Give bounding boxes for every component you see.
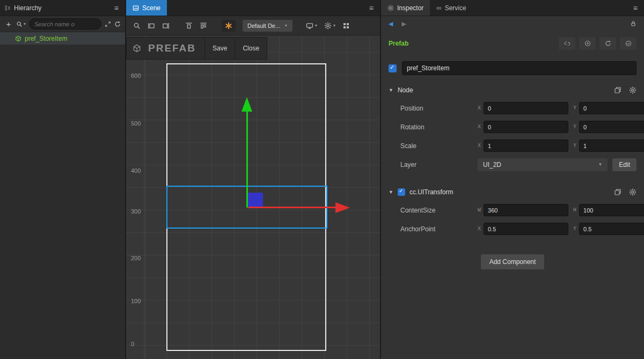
- zoom-tool-icon[interactable]: [133, 22, 141, 30]
- inspector-panel: Inspector ∞ Service ≡ ◀ ▶ Prefab ✓: [381, 0, 644, 359]
- axis-y-label: Y: [573, 105, 576, 111]
- rotation-row: Rotation X Y Z: [381, 120, 644, 134]
- uitransform-section-header: ▼ ✓ cc.UITransform: [381, 186, 644, 199]
- history-forward-button[interactable]: ▶: [401, 20, 406, 27]
- gizmo-y-arrowhead-icon: [241, 97, 252, 112]
- position-x-input[interactable]: [484, 102, 568, 114]
- node-preset-icon[interactable]: [614, 86, 621, 94]
- ruler-divider: [145, 36, 145, 359]
- expand-collapse-icon[interactable]: [105, 21, 111, 27]
- design-resolution-dropdown[interactable]: Default De... ▼: [243, 20, 292, 32]
- tab-scene[interactable]: Scene: [126, 0, 167, 16]
- contentsize-h-input[interactable]: [579, 204, 644, 216]
- gizmo-x-axis-handle[interactable]: [248, 207, 336, 208]
- node-section-title: Node: [398, 86, 413, 94]
- uitransform-settings-gear-icon[interactable]: [629, 188, 636, 196]
- service-tab-label: Service: [445, 4, 466, 12]
- distribute-tool-icon[interactable]: [200, 22, 207, 30]
- inspector-tab-gear-icon: [387, 5, 394, 11]
- prefab-edit-bar: PREFAB Save Close: [126, 37, 267, 60]
- anchorpoint-y-input[interactable]: [579, 223, 644, 235]
- scale-x-input[interactable]: [484, 140, 568, 152]
- anchorpoint-row: AnchorPoint X Y: [381, 222, 644, 236]
- rotation-label: Rotation: [389, 123, 478, 131]
- search-filter-button[interactable]: ▾: [16, 21, 26, 27]
- tab-inspector[interactable]: Inspector: [381, 0, 430, 16]
- scene-panel: Scene ≡ Default De... ▼ ▾ ▾: [126, 0, 381, 359]
- ruler-label: 300: [131, 208, 141, 215]
- layer-label: Layer: [389, 161, 478, 168]
- scene-viewport[interactable]: 600 500 400 300 200 100 0 PREFAB Save Cl…: [126, 36, 380, 359]
- uitransform-collapse-caret-icon[interactable]: ▼: [389, 189, 393, 195]
- node-collapse-caret-icon[interactable]: ▼: [389, 87, 393, 93]
- ruler-label: 100: [131, 298, 141, 304]
- inspector-tabbar: Inspector ∞ Service ≡: [381, 0, 644, 16]
- refresh-icon[interactable]: [114, 21, 121, 27]
- node-name-row: ✓: [381, 61, 644, 75]
- axis-x-label: X: [478, 143, 481, 149]
- node-active-checkbox[interactable]: ✓: [389, 64, 397, 72]
- anchorpoint-x-input[interactable]: [484, 223, 568, 235]
- uitransform-preset-icon[interactable]: [614, 188, 621, 196]
- rotation-x-input[interactable]: [484, 121, 568, 133]
- gizmo-y-axis-handle[interactable]: [246, 111, 248, 208]
- axis-x-label: X: [478, 226, 481, 232]
- inspector-tab-label: Inspector: [397, 4, 423, 12]
- axis-x-label: X: [478, 124, 481, 130]
- search-filter-caret-icon: ▾: [24, 21, 26, 26]
- axis-y-label: Y: [573, 143, 576, 149]
- node-settings-gear-icon[interactable]: [629, 86, 636, 94]
- uitransform-section-icons: [614, 188, 636, 196]
- prefab-revert-button[interactable]: [599, 37, 616, 50]
- tab-service[interactable]: ∞ Service: [430, 0, 472, 16]
- prefab-close-button[interactable]: Close: [235, 38, 267, 59]
- hierarchy-title-label: Hierarchy: [14, 4, 41, 12]
- prefab-asset-row: Prefab: [381, 36, 644, 50]
- hierarchy-header: Hierarchy ≡: [0, 0, 125, 16]
- search-icon: [16, 21, 23, 27]
- scale-y-input[interactable]: [579, 140, 644, 152]
- node-name-input[interactable]: [402, 61, 636, 75]
- inspector-menu-icon[interactable]: ≡: [627, 4, 644, 12]
- add-node-button[interactable]: +: [4, 19, 13, 28]
- hierarchy-item-pref-storeitem[interactable]: pref_StoreItem: [0, 32, 125, 45]
- hierarchy-toolbar: + ▾: [0, 16, 125, 32]
- hierarchy-menu-icon[interactable]: ≡: [108, 4, 125, 12]
- gizmo-toggle-button[interactable]: [222, 20, 236, 32]
- contentsize-w-input[interactable]: [484, 204, 568, 216]
- gizmo-xy-plane-handle[interactable]: [248, 193, 263, 208]
- axis-h-label: H: [573, 207, 576, 213]
- frame-selection-icon[interactable]: [148, 22, 155, 30]
- prefab-bar-title: PREFAB: [147, 38, 204, 59]
- lock-icon[interactable]: [630, 20, 636, 27]
- view-mode-dropdown[interactable]: ▾: [306, 22, 317, 30]
- prefab-unlink-button[interactable]: [559, 37, 575, 50]
- axis-x-label: X: [478, 105, 481, 111]
- history-back-button[interactable]: ◀: [389, 20, 393, 27]
- frame-all-icon[interactable]: [162, 22, 170, 30]
- layer-edit-button[interactable]: Edit: [612, 158, 636, 171]
- uitransform-section-title: cc.UITransform: [409, 188, 453, 196]
- uitransform-enabled-checkbox[interactable]: ✓: [398, 188, 405, 196]
- scene-menu-icon[interactable]: ≡: [363, 4, 380, 12]
- inspector-nav-row: ◀ ▶: [381, 16, 644, 31]
- search-input[interactable]: [29, 18, 101, 30]
- rotation-y-input[interactable]: [579, 121, 644, 133]
- position-row: Position X Y Z: [381, 101, 644, 115]
- prefab-save-button[interactable]: Save: [204, 38, 235, 59]
- prefab-locate-button[interactable]: [579, 37, 596, 50]
- checkmark-icon: ✓: [390, 64, 394, 71]
- align-tool-icon[interactable]: [185, 22, 193, 30]
- scene-settings-dropdown[interactable]: ▾: [324, 22, 335, 30]
- prefab-apply-button[interactable]: [620, 37, 636, 50]
- anchorpoint-label: AnchorPoint: [389, 225, 478, 233]
- scene-toolbar: Default De... ▼ ▾ ▾: [126, 16, 380, 35]
- layer-dropdown[interactable]: UI_2D ▼: [478, 158, 608, 171]
- design-resolution-caret-icon: ▼: [284, 24, 288, 27]
- position-y-input[interactable]: [579, 102, 644, 114]
- position-label: Position: [389, 105, 478, 112]
- layout-grid-icon[interactable]: [342, 22, 350, 30]
- prefab-bar-cube-icon: [127, 38, 147, 59]
- layer-row: Layer UI_2D ▼ Edit: [381, 157, 644, 172]
- add-component-button[interactable]: Add Component: [481, 254, 545, 269]
